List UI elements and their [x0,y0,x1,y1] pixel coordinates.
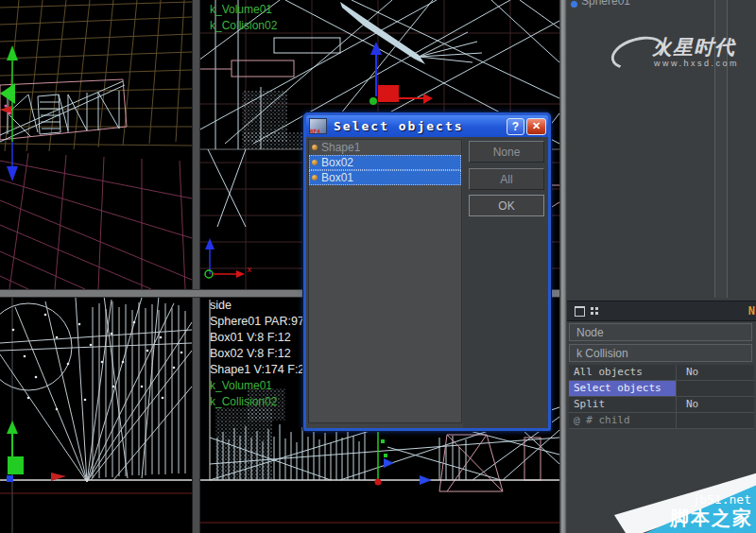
hxsd-url: www.hxsd.com [654,59,739,68]
viewport-splitter-vertical[interactable] [192,0,200,533]
select-objects-dialog: RF4 Select objects ? ✕ Shape1 Box02 Box0… [303,112,551,431]
object-bullet-icon [312,175,318,181]
stat-line: Box02 V:8 F:12 [210,346,291,362]
help-button[interactable]: ? [507,118,524,135]
property-grid: All objects No Select objects Split No @… [569,365,754,429]
move-gizmo [7,421,66,482]
stat-line: Shape1 V:174 F:2 [210,362,304,378]
object-list[interactable]: Shape1 Box02 Box01 [308,139,462,423]
property-value[interactable]: No [676,365,754,380]
front-wireframe [0,296,192,533]
list-item-box01[interactable]: Box01 [309,170,461,185]
list-item-label: Shape1 [321,141,360,154]
object-label: k_Collision02 [210,394,277,410]
panel-splitter[interactable] [559,0,567,533]
property-label: All objects [569,365,676,380]
object-bullet-icon [312,145,318,150]
object-bullet-icon [312,160,318,165]
section-header-letter: N [748,304,755,318]
stat-line: Box01 V:8 F:12 [210,330,291,346]
dialog-title: Select objects [334,119,464,133]
close-button[interactable]: ✕ [526,118,546,135]
sphere-icon [571,1,577,8]
property-label: Select objects [569,381,676,396]
list-item-label: Box01 [321,171,353,184]
object-label: k_Volume01 [210,2,272,18]
object-label: k_Volume01 [210,378,272,394]
viewport-front[interactable] [0,296,192,533]
property-row-all-objects[interactable]: All objects No [569,365,754,381]
none-button[interactable]: None [469,141,544,163]
node-field[interactable]: Node [569,323,752,341]
viewport-label[interactable]: side [210,298,232,314]
list-item-box02[interactable]: Box02 [309,155,461,170]
outliner-item-sphere01[interactable]: Sphere01 [571,0,630,8]
object-label: k_Collision02 [210,18,277,34]
hxsd-watermark: 火星时代 www.hxsd.com [610,30,752,91]
grid-view-icon[interactable] [591,307,599,316]
list-item-label: Box02 [321,156,353,169]
rf4-app-icon: RF4 [309,118,327,134]
application-window: x k_Volume01 k_Collision02 [0,0,756,533]
all-button[interactable]: All [469,168,544,190]
restore-window-icon[interactable] [575,306,585,317]
ok-button[interactable]: OK [469,195,544,216]
collision-field[interactable]: k Collision [569,344,752,362]
stat-line: Sphere01 PAR:97 [210,314,304,330]
viewport-perspective[interactable] [0,0,192,289]
panel-section-header: N [567,301,756,321]
property-value[interactable] [676,381,754,396]
property-label: Split [569,397,676,412]
right-panel: Sphere01 火星时代 www.hxsd.com N Node k Coll… [567,0,756,533]
outliner-item-label: Sphere01 [581,0,630,8]
svg-text:x: x [247,265,252,274]
perspective-wireframe [0,0,192,289]
property-row-split[interactable]: Split No [569,397,754,413]
property-row-child[interactable]: @ # child [569,413,754,429]
property-value[interactable]: No [676,397,754,412]
property-value[interactable] [676,413,754,428]
property-row-select-objects[interactable]: Select objects [569,381,754,397]
dialog-titlebar[interactable]: RF4 Select objects ? ✕ [306,115,548,137]
hxsd-brand: 火星时代 [652,34,735,60]
list-item-shape1[interactable]: Shape1 [309,140,461,155]
property-label: @ # child [569,413,676,428]
